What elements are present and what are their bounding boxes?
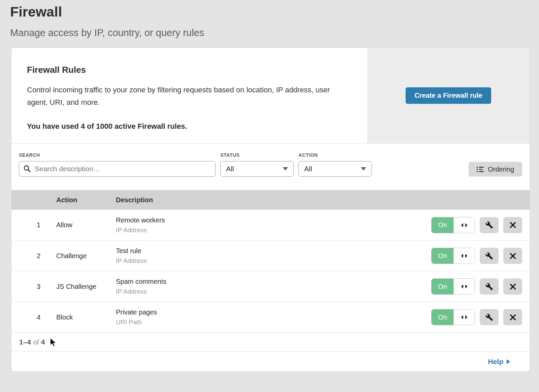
action-select-value: All [304, 165, 312, 173]
rule-controls: On [431, 278, 530, 295]
rule-match-type: URI Path [116, 319, 431, 326]
wrench-icon [485, 252, 493, 260]
chevron-down-icon [361, 167, 366, 171]
table-row: 2 Challenge Test rule IP Address On [11, 240, 530, 271]
rule-title: Remote workers [116, 216, 431, 224]
rule-controls: On [431, 309, 530, 325]
status-label: STATUS [220, 152, 294, 158]
chevron-down-icon [283, 167, 288, 171]
delete-rule-button[interactable] [503, 248, 522, 264]
toggle-handle[interactable] [453, 309, 475, 325]
action-select[interactable]: All [298, 161, 372, 177]
rule-description: Test rule IP Address [116, 247, 431, 265]
toggle-handle[interactable] [453, 279, 475, 294]
pagination-bar: 1–4 of 4 [11, 332, 530, 352]
action-filter-group: ACTION All [298, 152, 372, 177]
toggle-handle[interactable] [453, 217, 475, 233]
ordering-button-label: Ordering [488, 165, 514, 173]
edit-rule-button[interactable] [480, 278, 499, 295]
column-action: Action [56, 196, 116, 204]
toggle-on-label: On [432, 309, 453, 325]
table-row: 3 JS Challenge Spam comments IP Address … [11, 271, 530, 302]
help-link-label: Help [488, 358, 503, 366]
firewall-rules-panel: Firewall Rules Control incoming traffic … [11, 48, 530, 144]
page-title: Firewall [10, 4, 539, 20]
search-wrap [19, 161, 216, 177]
ordering-list-icon [477, 167, 484, 172]
close-icon [510, 314, 516, 321]
column-description: Description [116, 196, 530, 204]
edit-rule-button[interactable] [480, 217, 499, 233]
rule-description: Remote workers IP Address [116, 216, 431, 234]
toggle-on-label: On [432, 279, 453, 294]
panel-usage: You have used 4 of 1000 active Firewall … [27, 122, 347, 131]
status-select[interactable]: All [220, 161, 294, 177]
close-icon [510, 222, 516, 228]
page-header: Firewall Manage access by IP, country, o… [0, 0, 539, 38]
action-label: ACTION [298, 152, 372, 158]
rule-controls: On [431, 217, 530, 233]
toggle-on-label: On [432, 248, 453, 264]
rule-match-type: IP Address [116, 288, 431, 295]
create-firewall-rule-button[interactable]: Create a Firewall rule [406, 87, 491, 104]
rule-title: Spam comments [116, 278, 431, 285]
close-icon [510, 283, 516, 290]
rule-priority: 3 [11, 283, 56, 291]
pagination-of-label: of [33, 338, 39, 346]
rule-priority: 4 [11, 313, 56, 321]
table-row: 1 Allow Remote workers IP Address On [11, 210, 530, 240]
wrench-icon [485, 221, 493, 229]
firewall-card: Firewall Rules Control incoming traffic … [11, 48, 530, 371]
toggle-handle[interactable] [453, 248, 475, 264]
rule-title: Test rule [116, 247, 431, 255]
rule-enabled-toggle[interactable]: On [431, 217, 475, 233]
pagination-total: 4 [41, 338, 45, 346]
rule-enabled-toggle[interactable]: On [431, 278, 475, 295]
panel-heading: Firewall Rules [27, 65, 347, 75]
help-bar: Help [11, 352, 530, 371]
help-link[interactable]: Help [488, 358, 510, 366]
search-filter-group: SEARCH [19, 152, 216, 177]
table-header: Action Description [11, 190, 530, 210]
table-row: 4 Block Private pages URI Path On [11, 302, 530, 332]
toggle-on-label: On [432, 217, 453, 233]
rules-table-body: 1 Allow Remote workers IP Address On [11, 210, 530, 332]
ordering-button[interactable]: Ordering [469, 162, 522, 177]
status-select-value: All [226, 165, 234, 173]
panel-description: Control incoming traffic to your zone by… [27, 84, 347, 109]
rule-priority: 1 [11, 221, 56, 229]
drag-handle-arrows-icon [461, 284, 468, 289]
rule-description: Private pages URI Path [116, 308, 431, 326]
rule-enabled-toggle[interactable]: On [431, 309, 475, 325]
search-input[interactable] [19, 161, 216, 177]
rule-action: Allow [56, 221, 116, 229]
delete-rule-button[interactable] [503, 309, 522, 325]
firewall-rules-info: Firewall Rules Control incoming traffic … [11, 48, 367, 143]
create-rule-panel: Create a Firewall rule [367, 48, 530, 143]
rule-priority: 2 [11, 252, 56, 260]
rule-action: Challenge [56, 252, 116, 260]
rule-action: JS Challenge [56, 283, 116, 291]
rule-title: Private pages [116, 308, 431, 316]
delete-rule-button[interactable] [503, 278, 522, 295]
drag-handle-arrows-icon [461, 223, 468, 228]
close-icon [510, 253, 516, 259]
status-filter-group: STATUS All [220, 152, 294, 177]
wrench-icon [485, 313, 493, 321]
rule-description: Spam comments IP Address [116, 278, 431, 295]
drag-handle-arrows-icon [461, 315, 468, 320]
rule-controls: On [431, 248, 530, 264]
rule-action: Block [56, 313, 116, 321]
filters-bar: SEARCH STATUS All ACTION All [11, 144, 530, 190]
edit-rule-button[interactable] [480, 248, 499, 264]
page-subtitle: Manage access by IP, country, or query r… [10, 27, 539, 38]
rule-enabled-toggle[interactable]: On [431, 248, 475, 264]
edit-rule-button[interactable] [480, 309, 499, 325]
help-arrow-icon [507, 359, 510, 364]
rule-match-type: IP Address [116, 227, 431, 234]
drag-handle-arrows-icon [461, 253, 468, 258]
search-label: SEARCH [19, 152, 216, 158]
rule-match-type: IP Address [116, 257, 431, 265]
delete-rule-button[interactable] [503, 217, 522, 233]
wrench-icon [485, 283, 493, 291]
